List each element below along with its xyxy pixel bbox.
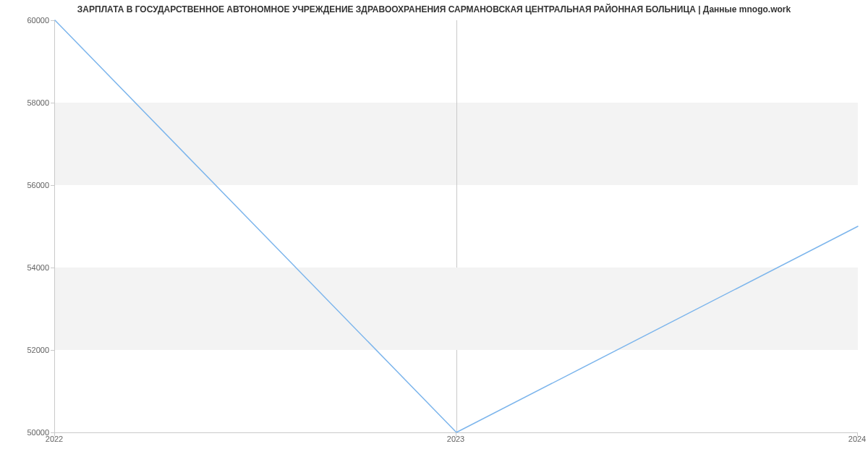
y-tick-mark bbox=[51, 268, 54, 268]
y-tick-label: 56000 bbox=[6, 181, 49, 189]
y-tick-mark bbox=[51, 185, 54, 186]
y-tick-label: 50000 bbox=[6, 428, 49, 437]
x-tick-mark bbox=[54, 432, 55, 436]
line-series bbox=[55, 20, 858, 432]
y-tick-label: 54000 bbox=[6, 263, 49, 272]
y-tick-label: 60000 bbox=[6, 16, 49, 25]
plot-area[interactable] bbox=[54, 20, 858, 433]
y-tick-label: 52000 bbox=[6, 346, 49, 354]
y-tick-label: 58000 bbox=[6, 98, 49, 107]
chart-title: ЗАРПЛАТА В ГОСУДАРСТВЕННОЕ АВТОНОМНОЕ УЧ… bbox=[0, 4, 868, 14]
y-tick-mark bbox=[51, 350, 54, 351]
y-tick-mark bbox=[51, 20, 54, 21]
y-tick-mark bbox=[51, 103, 54, 103]
chart-container: ЗАРПЛАТА В ГОСУДАРСТВЕННОЕ АВТОНОМНОЕ УЧ… bbox=[0, 0, 868, 470]
x-tick-mark bbox=[456, 432, 456, 436]
series-line bbox=[55, 20, 858, 432]
x-tick-mark bbox=[857, 432, 858, 436]
